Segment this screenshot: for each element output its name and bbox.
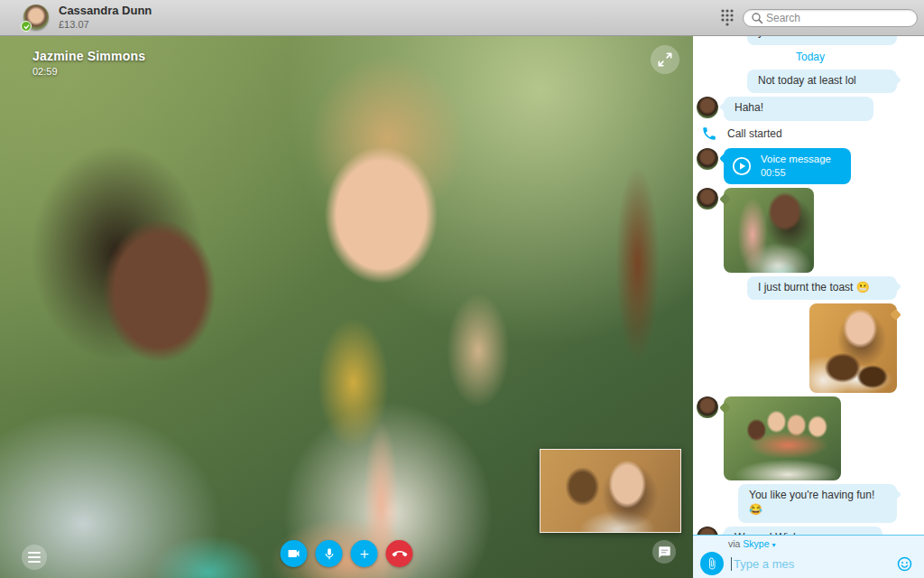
message-incoming-image	[697, 188, 924, 273]
attach-file-button[interactable]	[700, 552, 724, 575]
topbar: Cassandra Dunn £13.07	[0, 0, 924, 36]
chevron-down-icon: ▾	[772, 541, 775, 549]
message-input[interactable]	[734, 557, 897, 571]
chat-bubble-icon	[658, 545, 671, 559]
call-timer: 02:59	[32, 66, 145, 77]
contact-avatar[interactable]	[697, 527, 718, 535]
microphone-button[interactable]	[316, 540, 343, 567]
voice-message-duration: 00:55	[761, 167, 831, 178]
message-outgoing-image	[697, 303, 924, 393]
current-user[interactable]: Cassandra Dunn £13.07	[23, 5, 152, 31]
voice-message-title: Voice message	[761, 154, 831, 164]
contact-avatar[interactable]	[697, 148, 718, 170]
smiley-icon[interactable]	[897, 556, 912, 572]
message-bubble: Haha!	[724, 97, 873, 121]
search-icon	[751, 12, 763, 24]
hangup-button[interactable]	[386, 540, 413, 567]
online-status-icon	[21, 21, 32, 32]
voice-message-bubble[interactable]: Voice message 00:55	[724, 148, 851, 184]
message-bubble: You like you're having fun! 😂	[738, 484, 897, 522]
contact-avatar[interactable]	[697, 188, 718, 210]
via-network-selector[interactable]: via Skype ▾	[728, 538, 924, 549]
user-balance: £13.07	[59, 19, 152, 31]
message-list[interactable]: yes Today Not today at least lol Haha! C…	[693, 36, 924, 535]
message-composer: via Skype ▾	[693, 535, 924, 578]
paperclip-icon	[706, 557, 718, 570]
play-icon[interactable]	[731, 155, 753, 177]
caller-name: Jazmine Simmons	[32, 49, 145, 63]
call-event: Call started	[697, 126, 924, 142]
microphone-icon	[322, 547, 336, 561]
message-incoming: We are! Wish you were here...	[697, 527, 924, 535]
message-outgoing: I just burnt the toast 😬	[697, 276, 924, 301]
search-input[interactable]	[766, 12, 910, 24]
image-message[interactable]	[724, 396, 841, 480]
message-incoming: Haha!	[697, 97, 924, 121]
date-divider: Today	[697, 51, 924, 63]
video-camera-icon	[287, 546, 301, 561]
self-view-pip[interactable]	[540, 449, 681, 533]
contact-avatar[interactable]	[697, 97, 718, 118]
message-outgoing: You like you're having fun! 😂	[697, 484, 924, 522]
image-message[interactable]	[724, 188, 814, 273]
image-message[interactable]	[809, 303, 897, 393]
message-bubble: yes	[747, 36, 897, 45]
via-label: via	[728, 538, 740, 549]
text-cursor	[731, 557, 732, 571]
message-bubble: We are! Wish you were here...	[724, 527, 882, 535]
expand-arrows-icon	[656, 51, 674, 69]
user-name: Cassandra Dunn	[59, 5, 152, 18]
search-box[interactable]	[743, 9, 918, 27]
voice-message: Voice message 00:55	[697, 148, 924, 184]
video-call-stage: Jazmine Simmons 02:59	[0, 36, 693, 578]
network-name: Skype	[743, 538, 769, 549]
dialpad-icon[interactable]	[720, 8, 735, 27]
phone-down-icon	[392, 546, 407, 562]
plus-icon	[357, 547, 371, 561]
user-avatar[interactable]	[23, 5, 49, 30]
fullscreen-button[interactable]	[651, 45, 679, 74]
caller-info: Jazmine Simmons 02:59	[32, 49, 145, 77]
add-participant-button[interactable]	[351, 540, 378, 567]
video-camera-button[interactable]	[281, 540, 308, 567]
partial-message: yes	[697, 36, 924, 45]
call-event-text: Call started	[727, 127, 782, 140]
chat-toggle-button[interactable]	[652, 540, 676, 564]
message-incoming-image	[697, 396, 924, 480]
hamburger-icon	[28, 552, 41, 554]
menu-button[interactable]	[22, 545, 47, 570]
chat-panel: yes Today Not today at least lol Haha! C…	[693, 36, 924, 578]
phone-icon	[701, 126, 717, 142]
message-outgoing: Not today at least lol	[697, 70, 924, 94]
message-bubble: Not today at least lol	[747, 70, 897, 94]
call-controls	[281, 540, 413, 567]
message-bubble: I just burnt the toast 😬	[747, 276, 897, 301]
contact-avatar[interactable]	[697, 396, 718, 418]
